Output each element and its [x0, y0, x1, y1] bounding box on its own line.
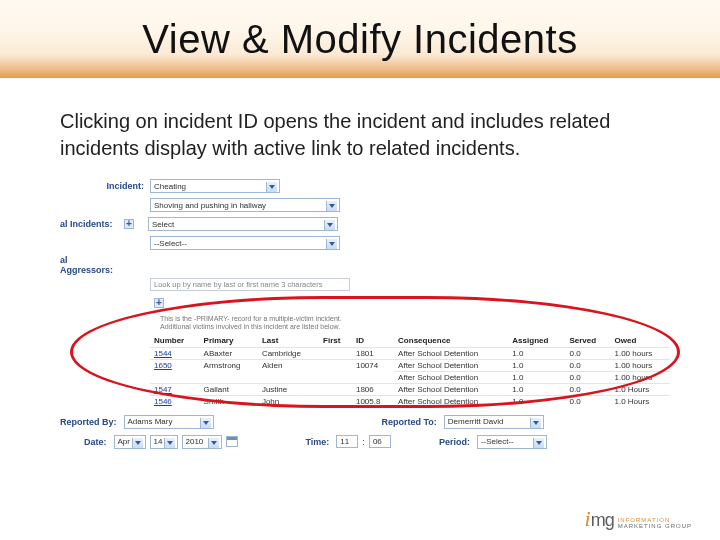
additional-select-2[interactable]: --Select--: [150, 236, 340, 250]
col-last: Last: [258, 334, 319, 348]
incident-note-select[interactable]: Shoving and pushing in hallway: [150, 198, 340, 212]
logo-text: INFORMATION MARKETING GROUP: [618, 517, 692, 530]
logo-mark: img: [585, 508, 614, 530]
calendar-icon[interactable]: [226, 436, 238, 447]
time-min-input[interactable]: 06: [369, 435, 391, 448]
primary-note: This is the -PRIMARY- record for a multi…: [160, 315, 680, 332]
table-row: 1547GallantJustine1806After School Deten…: [150, 383, 670, 395]
col-served: Served: [565, 334, 610, 348]
reported-by-label: Reported By:: [60, 417, 120, 427]
incident-number-link[interactable]: 1650: [150, 359, 200, 383]
table-header-row: Number Primary Last First ID Consequence…: [150, 334, 670, 348]
table-row: 1546SmithJohn1005.8After School Detentio…: [150, 395, 670, 407]
related-incidents-table: Number Primary Last First ID Consequence…: [150, 334, 670, 407]
col-owed: Owed: [610, 334, 670, 348]
period-select[interactable]: --Select--: [477, 435, 547, 449]
col-number: Number: [150, 334, 200, 348]
date-day-select[interactable]: 14: [150, 435, 178, 449]
plus-icon[interactable]: [124, 219, 134, 229]
table-row: 1650ArmstrongAlden10074After School Dete…: [150, 359, 670, 371]
col-id: ID: [352, 334, 394, 348]
reported-to-select[interactable]: Demerritt David: [444, 415, 544, 429]
incident-number-link[interactable]: 1546: [150, 395, 200, 407]
incident-select[interactable]: Cheating: [150, 179, 280, 193]
aggressors-label: al Aggressors:: [60, 255, 120, 275]
additional-select-1[interactable]: Select: [148, 217, 338, 231]
period-label: Period:: [439, 437, 473, 447]
reported-to-label: Reported To:: [382, 417, 440, 427]
add-aggressor-icon[interactable]: [154, 298, 164, 308]
date-label: Date:: [84, 437, 110, 447]
title-band: View & Modify Incidents: [0, 0, 720, 78]
time-label: Time:: [306, 437, 333, 447]
lookup-input[interactable]: Look up by name by last or first name 3 …: [150, 278, 350, 291]
col-primary: Primary: [200, 334, 258, 348]
table-row: 1544ABaxterCambridge1801After School Det…: [150, 347, 670, 359]
logo: img INFORMATION MARKETING GROUP: [585, 508, 692, 530]
app-screenshot: Incident: Cheating Shoving and pushing i…: [60, 178, 680, 438]
incident-number-link[interactable]: 1547: [150, 383, 200, 395]
date-year-select[interactable]: 2010: [182, 435, 222, 449]
slide-description: Clicking on incident ID opens the incide…: [0, 78, 720, 172]
reported-by-select[interactable]: Adams Mary: [124, 415, 214, 429]
incident-number-link[interactable]: 1544: [150, 347, 200, 359]
time-hour-input[interactable]: 11: [336, 435, 358, 448]
col-first: First: [319, 334, 352, 348]
col-consequence: Consequence: [394, 334, 508, 348]
slide-title: View & Modify Incidents: [142, 17, 577, 62]
col-assigned: Assigned: [508, 334, 565, 348]
date-month-select[interactable]: Apr: [114, 435, 146, 449]
incident-label: Incident:: [60, 181, 150, 191]
additional-incidents-label: al Incidents:: [60, 219, 120, 229]
